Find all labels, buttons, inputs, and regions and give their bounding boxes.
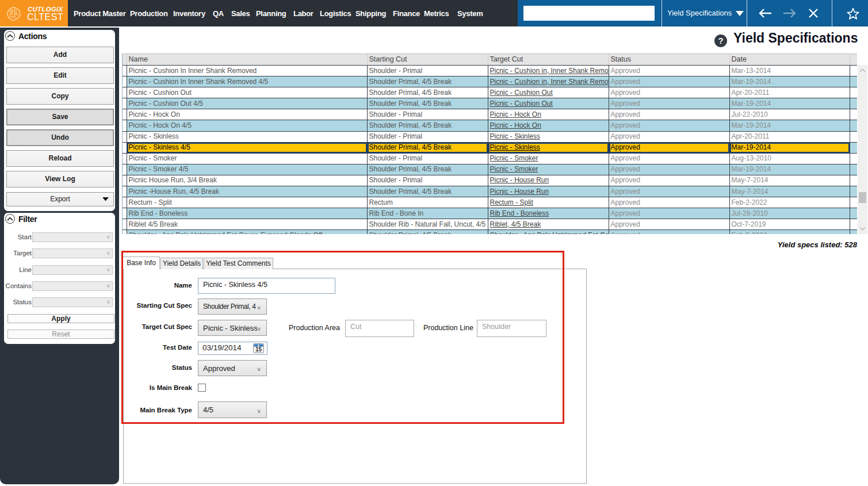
svg-text:15: 15 <box>255 346 262 353</box>
